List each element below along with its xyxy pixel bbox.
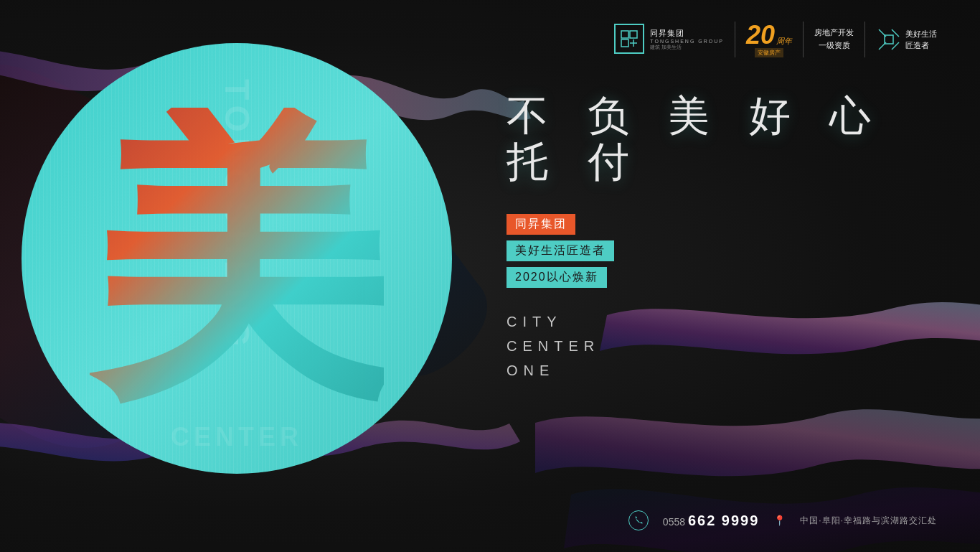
location-icon: 📍 [773, 515, 786, 526]
beauty-logo: 美好生活 匠造者 [876, 27, 937, 52]
right-content: 不 负 美 好 心 托 付 同昇集团 美好生活匠造者 2020以心焕新 CITY… [507, 86, 923, 383]
divider-3 [864, 22, 865, 57]
anniversary-number: 20 [746, 22, 775, 48]
divider-1 [735, 22, 735, 57]
anniversary-logo: 20 周年 安徽房产 [746, 22, 792, 57]
anniversary-label: 安徽房产 [755, 48, 783, 57]
circle-container: TONGSHENG 美 CENTER [22, 43, 466, 488]
beauty-icon-graphic [876, 27, 902, 52]
header-logos: 同昇集团 TONGSHENG GROUP 建筑 加美生活 20 周年 安徽房产 … [614, 22, 937, 57]
phone-display: 0558 662 9999 [663, 513, 759, 529]
brand-sub: 建筑 加美生活 [650, 44, 724, 51]
city-center-one: CITY CENTER ONE [507, 309, 923, 383]
quality-line2: 一级资质 [819, 39, 850, 52]
tag-brand: 同昇集团 [507, 214, 575, 235]
city-line3: ONE [507, 358, 923, 383]
quality-logo: 房地产开发 一级资质 [814, 27, 854, 52]
circle-text-bottom: CENTER [171, 422, 303, 452]
brand-en: TONGSHENG GROUP [650, 39, 724, 44]
tag-slogan: 美好生活匠造者 [507, 240, 614, 261]
beauty-line2: 匠造者 [905, 39, 937, 52]
beauty-text-block: 美好生活 匠造者 [905, 28, 937, 52]
anniversary-suffix: 周年 [776, 36, 792, 47]
mei-character: 美 [90, 108, 384, 409]
banner: TONGSHENG 美 CENTER 同昇集团 [0, 0, 980, 552]
city-line2: CENTER [507, 334, 923, 358]
location-text: 中国·阜阳·幸福路与滨湖路交汇处 [800, 515, 937, 527]
teal-circle: TONGSHENG 美 CENTER [22, 43, 452, 474]
phone-number: 662 9999 [688, 513, 759, 528]
phone-icon [628, 510, 649, 530]
footer-contact: 0558 662 9999 📍 中国·阜阳·幸福路与滨湖路交汇处 [628, 510, 937, 530]
tags-row: 同昇集团 美好生活匠造者 2020以心焕新 [507, 214, 923, 288]
quality-line1: 房地产开发 [814, 27, 854, 39]
divider-2 [803, 22, 804, 57]
beauty-line1: 美好生活 [905, 28, 937, 40]
main-headline: 不 负 美 好 心 托 付 [507, 93, 923, 185]
tongsheng-logo: 同昇集团 TONGSHENG GROUP 建筑 加美生活 [614, 24, 724, 55]
svg-rect-0 [621, 31, 628, 38]
svg-rect-2 [621, 39, 628, 47]
tag-year: 2020以心焕新 [507, 267, 607, 288]
city-line1: CITY [507, 309, 923, 334]
brand-icon [614, 24, 644, 54]
svg-rect-1 [630, 31, 637, 38]
brand-cn: 同昇集团 [650, 28, 724, 39]
phone-prefix: 0558 [663, 516, 685, 528]
